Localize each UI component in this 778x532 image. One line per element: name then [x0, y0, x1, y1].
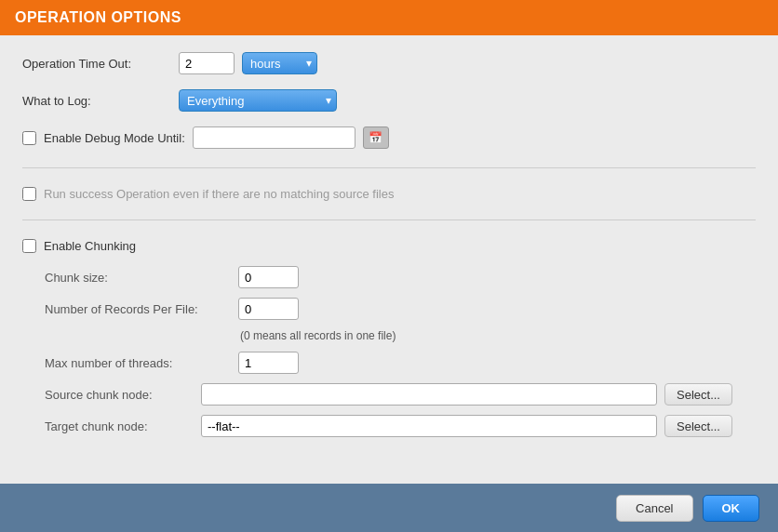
- operation-timeout-label: Operation Time Out:: [22, 57, 171, 71]
- calendar-button[interactable]: 📅: [363, 126, 389, 149]
- debug-mode-label: Enable Debug Mode Until:: [44, 131, 185, 145]
- footer-bar: Cancel OK: [0, 484, 778, 532]
- title-bar: OPERATION OPTIONS: [0, 0, 778, 35]
- chunking-fields: Chunk size: Number of Records Per File: …: [45, 266, 756, 437]
- source-chunk-node-row: Source chunk node: Select...: [45, 383, 756, 406]
- operation-timeout-input[interactable]: [179, 52, 235, 74]
- target-chunk-node-label: Target chunk node:: [45, 419, 194, 433]
- dialog-title: OPERATION OPTIONS: [15, 9, 181, 25]
- enable-chunking-label: Enable Chunking: [44, 239, 136, 253]
- chunk-size-row: Chunk size:: [45, 266, 756, 288]
- time-unit-select[interactable]: seconds minutes hours days: [242, 52, 317, 74]
- divider-2: [22, 219, 756, 220]
- run-success-label: Run success Operation even if there are …: [44, 187, 394, 201]
- max-threads-input[interactable]: [238, 352, 299, 374]
- calendar-icon: 📅: [369, 131, 382, 144]
- records-per-file-input[interactable]: [238, 298, 299, 320]
- ok-button[interactable]: OK: [703, 495, 760, 522]
- records-per-file-row: Number of Records Per File:: [45, 298, 756, 320]
- run-success-row: Run success Operation even if there are …: [22, 187, 756, 201]
- chunk-size-input[interactable]: [238, 266, 299, 288]
- target-chunk-node-input[interactable]: [201, 415, 657, 437]
- divider-1: [22, 167, 756, 168]
- records-hint: (0 means all records in one file): [240, 329, 756, 342]
- cancel-button[interactable]: Cancel: [616, 495, 692, 522]
- operation-timeout-row: Operation Time Out: seconds minutes hour…: [22, 52, 756, 74]
- run-success-checkbox[interactable]: [22, 187, 36, 201]
- records-per-file-label: Number of Records Per File:: [45, 302, 231, 316]
- target-chunk-select-button[interactable]: Select...: [664, 415, 732, 437]
- chunk-size-label: Chunk size:: [45, 271, 231, 285]
- chunking-section: Enable Chunking Chunk size: Number of Re…: [22, 239, 756, 437]
- what-to-log-row: What to Log: Nothing Errors Only Warning…: [22, 89, 756, 112]
- what-to-log-label: What to Log:: [22, 94, 171, 108]
- content-area: Operation Time Out: seconds minutes hour…: [0, 35, 778, 484]
- debug-mode-checkbox[interactable]: [22, 131, 36, 145]
- what-to-log-select[interactable]: Nothing Errors Only Warnings Everything: [179, 89, 337, 112]
- debug-mode-row: Enable Debug Mode Until: 📅: [22, 126, 756, 149]
- source-chunk-node-input[interactable]: [201, 383, 657, 406]
- what-to-log-wrapper: Nothing Errors Only Warnings Everything: [179, 89, 337, 112]
- time-unit-wrapper: seconds minutes hours days: [242, 52, 317, 74]
- enable-chunking-row: Enable Chunking: [22, 239, 756, 253]
- source-chunk-select-button[interactable]: Select...: [664, 383, 732, 406]
- max-threads-label: Max number of threads:: [45, 356, 231, 370]
- enable-chunking-checkbox[interactable]: [22, 239, 36, 253]
- max-threads-row: Max number of threads:: [45, 352, 756, 374]
- debug-mode-date-input[interactable]: [193, 126, 355, 149]
- target-chunk-node-row: Target chunk node: Select...: [45, 415, 756, 437]
- source-chunk-node-label: Source chunk node:: [45, 388, 194, 402]
